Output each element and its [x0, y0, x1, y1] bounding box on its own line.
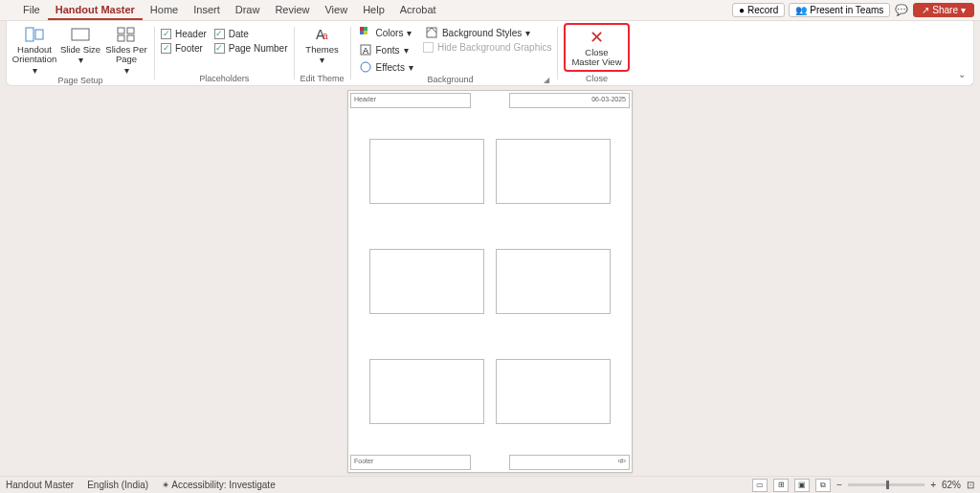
- slide-placeholder[interactable]: [369, 249, 484, 314]
- close-icon: ✕: [590, 27, 604, 48]
- handout-page[interactable]: Header 06-03-2025 Footer ‹#›: [347, 90, 633, 473]
- fonts-button[interactable]: AFonts ▾: [357, 42, 415, 57]
- colors-icon: [359, 26, 372, 39]
- chevron-down-icon: ▾: [124, 66, 129, 76]
- tab-insert[interactable]: Insert: [186, 1, 228, 20]
- svg-rect-4: [127, 28, 134, 34]
- group-label: Edit Theme: [301, 74, 345, 85]
- svg-point-15: [361, 62, 370, 72]
- comments-icon[interactable]: 💬: [894, 3, 909, 18]
- record-icon: ●: [739, 5, 745, 15]
- zoom-level[interactable]: 62%: [942, 480, 961, 490]
- placeholder-header[interactable]: Header: [350, 93, 471, 108]
- slides-per-page-icon: [116, 25, 137, 44]
- dialog-launcher-icon[interactable]: ◢: [544, 76, 551, 86]
- svg-rect-12: [364, 31, 368, 34]
- fonts-icon: A: [359, 43, 372, 56]
- placeholder-page-number[interactable]: ‹#›: [509, 455, 630, 470]
- tab-review[interactable]: Review: [267, 1, 317, 20]
- svg-rect-0: [26, 28, 33, 41]
- titlebar-right: ●Record 👥Present in Teams 💬 ↗Share ▾: [732, 3, 980, 18]
- tab-handout-master[interactable]: Handout Master: [48, 1, 143, 20]
- view-sorter-button[interactable]: ⊞: [773, 479, 789, 492]
- slide-placeholder[interactable]: [496, 249, 611, 314]
- themes-icon: Aa: [312, 25, 333, 44]
- tab-draw[interactable]: Draw: [228, 1, 268, 20]
- status-bar: Handout Master English (India) ✴ Accessi…: [0, 476, 980, 493]
- zoom-out-button[interactable]: −: [836, 480, 842, 490]
- group-label: Placeholders: [161, 74, 288, 85]
- checkbox-date[interactable]: Date: [214, 29, 288, 39]
- chevron-down-icon: ▾: [320, 56, 324, 65]
- tab-acrobat[interactable]: Acrobat: [392, 1, 444, 20]
- canvas: Header 06-03-2025 Footer ‹#›: [0, 86, 980, 476]
- status-mode: Handout Master: [6, 480, 74, 490]
- themes-button[interactable]: Aa Themes▾: [301, 23, 345, 66]
- svg-rect-1: [35, 30, 43, 39]
- svg-rect-3: [118, 28, 124, 34]
- status-accessibility[interactable]: ✴ Accessibility: Investigate: [162, 480, 276, 490]
- slide-placeholder[interactable]: [496, 139, 611, 204]
- record-button[interactable]: ●Record: [732, 3, 785, 17]
- slides-per-page-button[interactable]: Slides Per Page▾: [104, 23, 148, 76]
- svg-rect-6: [127, 35, 134, 41]
- svg-rect-9: [360, 27, 364, 31]
- checkbox-hide-bg: Hide Background Graphics: [423, 42, 552, 53]
- colors-button[interactable]: Colors ▾: [357, 25, 415, 40]
- tab-help[interactable]: Help: [355, 1, 392, 20]
- slide-placeholder[interactable]: [496, 359, 611, 424]
- view-slideshow-button[interactable]: ⧉: [815, 479, 831, 492]
- ribbon-collapse[interactable]: ⌄: [950, 21, 973, 85]
- status-language[interactable]: English (India): [87, 480, 148, 490]
- group-edit-theme: Aa Themes▾ Edit Theme: [295, 21, 350, 85]
- svg-rect-16: [427, 28, 436, 37]
- group-label: Background: [357, 75, 545, 86]
- checkbox-header[interactable]: Header: [161, 29, 207, 39]
- menubar: File Handout Master Home Insert Draw Rev…: [0, 0, 980, 21]
- svg-rect-10: [364, 27, 368, 31]
- chevron-down-icon: ▾: [961, 5, 966, 15]
- fit-button[interactable]: ⊡: [967, 480, 974, 490]
- share-button[interactable]: ↗Share ▾: [913, 3, 974, 17]
- svg-rect-2: [72, 29, 89, 40]
- ribbon: Handout Orientation▾ Slide Size▾ Slides …: [6, 21, 974, 86]
- checkbox-page-number[interactable]: Page Number: [214, 43, 288, 54]
- bg-styles-icon: [425, 26, 438, 39]
- slide-placeholder[interactable]: [369, 139, 484, 204]
- group-placeholders: Header Footer Date Page Number Placehold…: [155, 21, 294, 85]
- bg-styles-button[interactable]: Background Styles ▾: [423, 25, 552, 40]
- chevron-down-icon: ⌄: [958, 69, 966, 85]
- chevron-down-icon: ▾: [78, 56, 83, 65]
- tab-home[interactable]: Home: [143, 1, 186, 20]
- slide-size-button[interactable]: Slide Size▾: [58, 23, 102, 66]
- placeholder-date[interactable]: 06-03-2025: [509, 93, 630, 108]
- accessibility-icon: ✴: [162, 480, 171, 490]
- share-icon: ↗: [922, 5, 929, 15]
- checkbox-footer[interactable]: Footer: [161, 43, 207, 54]
- slide-size-icon: [70, 25, 91, 44]
- teams-icon: 👥: [795, 5, 807, 15]
- tab-file[interactable]: File: [15, 1, 48, 20]
- orientation-icon: [24, 25, 45, 44]
- effects-icon: [359, 60, 372, 74]
- group-label: Close: [564, 74, 629, 85]
- svg-text:a: a: [323, 31, 328, 41]
- menu-tabs: File Handout Master Home Insert Draw Rev…: [0, 1, 444, 20]
- group-close: ✕ CloseMaster View Close: [558, 21, 635, 85]
- placeholder-footer[interactable]: Footer: [350, 455, 471, 470]
- slide-placeholder[interactable]: [369, 359, 484, 424]
- zoom-thumb[interactable]: [886, 481, 889, 489]
- svg-rect-5: [118, 35, 124, 41]
- tab-view[interactable]: View: [317, 1, 355, 20]
- zoom-in-button[interactable]: +: [930, 480, 936, 490]
- close-master-view-button[interactable]: ✕ CloseMaster View: [564, 23, 629, 72]
- zoom-slider[interactable]: [848, 483, 924, 486]
- view-reading-button[interactable]: ▣: [794, 479, 810, 492]
- effects-button[interactable]: Effects ▾: [357, 59, 415, 75]
- handout-orientation-button[interactable]: Handout Orientation▾: [12, 23, 56, 76]
- present-teams-button[interactable]: 👥Present in Teams: [789, 3, 890, 17]
- chevron-down-icon: ▾: [33, 66, 37, 76]
- svg-rect-11: [360, 31, 364, 34]
- group-page-setup: Handout Orientation▾ Slide Size▾ Slides …: [7, 21, 154, 85]
- view-normal-button[interactable]: ▭: [752, 479, 768, 492]
